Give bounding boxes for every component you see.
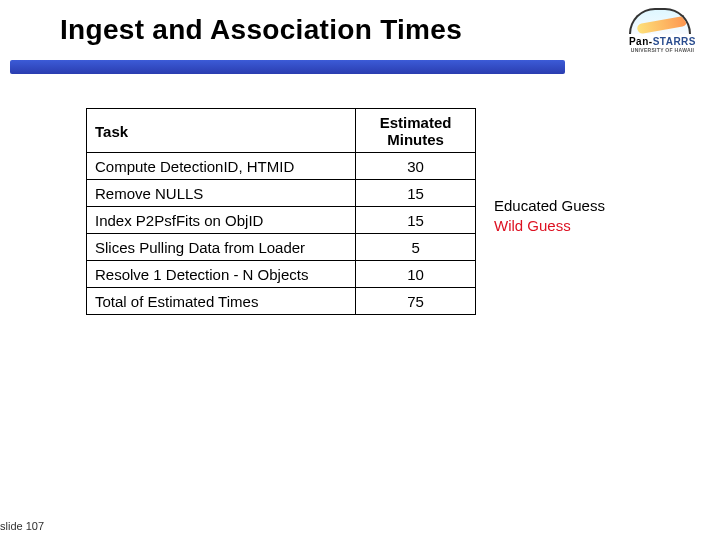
slide: Ingest and Association Times Pan-STARRS … xyxy=(0,0,720,540)
logo-brand-prefix: Pan- xyxy=(629,36,653,47)
cell-minutes: 30 xyxy=(356,153,476,180)
table-row: Remove NULLS 15 xyxy=(87,180,476,207)
legend: Educated Guess Wild Guess xyxy=(494,196,605,235)
cell-minutes: 5 xyxy=(356,234,476,261)
table-row: Compute DetectionID, HTMID 30 xyxy=(87,153,476,180)
logo-arc-icon xyxy=(629,8,691,34)
table-row: Total of Estimated Times 75 xyxy=(87,288,476,315)
cell-task: Resolve 1 Detection - N Objects xyxy=(87,261,356,288)
table-row: Index P2PsfFits on ObjID 15 xyxy=(87,207,476,234)
logo-swoosh-icon xyxy=(636,16,687,34)
table-header-row: Task Estimated Minutes xyxy=(87,109,476,153)
header-minutes: Estimated Minutes xyxy=(356,109,476,153)
cell-minutes: 15 xyxy=(356,207,476,234)
cell-minutes: 10 xyxy=(356,261,476,288)
logo-brand-main: STARRS xyxy=(653,36,696,47)
times-table-container: Task Estimated Minutes Compute Detection… xyxy=(86,108,476,315)
cell-minutes: 75 xyxy=(356,288,476,315)
header-task: Task xyxy=(87,109,356,153)
cell-task: Index P2PsfFits on ObjID xyxy=(87,207,356,234)
table-row: Resolve 1 Detection - N Objects 10 xyxy=(87,261,476,288)
table-row: Slices Pulling Data from Loader 5 xyxy=(87,234,476,261)
cell-task: Total of Estimated Times xyxy=(87,288,356,315)
logo-brand: Pan-STARRS xyxy=(629,36,696,47)
logo-subtitle: UNIVERSITY OF HAWAII xyxy=(629,47,696,53)
slide-title: Ingest and Association Times xyxy=(60,14,462,46)
legend-wild-guess: Wild Guess xyxy=(494,216,605,236)
cell-task: Remove NULLS xyxy=(87,180,356,207)
cell-task: Compute DetectionID, HTMID xyxy=(87,153,356,180)
times-table: Task Estimated Minutes Compute Detection… xyxy=(86,108,476,315)
title-underline xyxy=(10,60,565,74)
legend-educated-guess: Educated Guess xyxy=(494,196,605,216)
cell-task: Slices Pulling Data from Loader xyxy=(87,234,356,261)
slide-number: slide 107 xyxy=(0,520,44,532)
cell-minutes: 15 xyxy=(356,180,476,207)
logo: Pan-STARRS UNIVERSITY OF HAWAII xyxy=(629,8,696,53)
